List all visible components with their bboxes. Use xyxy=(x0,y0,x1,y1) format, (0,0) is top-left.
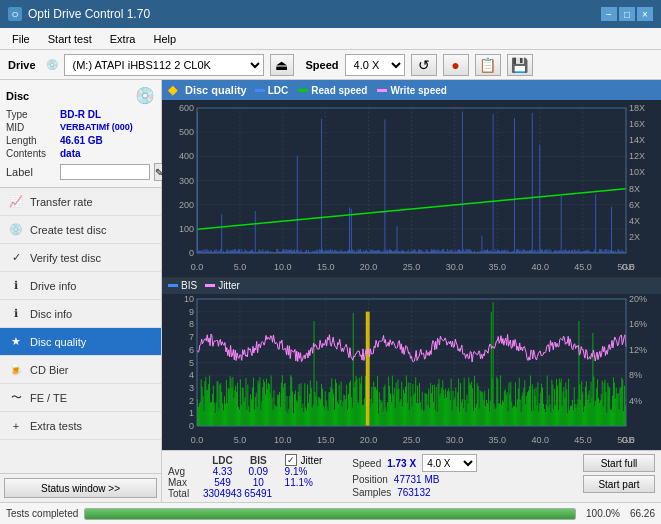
chart-header-icon: ◆ xyxy=(168,83,177,97)
ldc-col-header: LDC xyxy=(203,454,242,466)
menu-extra[interactable]: Extra xyxy=(102,31,144,47)
extra-tests-icon: + xyxy=(8,418,24,434)
status-window-button[interactable]: Status window >> xyxy=(4,478,157,498)
jitter-checkbox[interactable]: ✓ xyxy=(285,454,297,466)
disc-section-icon: 💿 xyxy=(135,86,155,105)
bis-legend-label: BIS xyxy=(181,280,197,291)
speed-select[interactable]: 4.0 X xyxy=(345,54,405,76)
top-chart-canvas xyxy=(162,100,661,275)
disc-label-input[interactable] xyxy=(60,164,150,180)
max-bis: 10 xyxy=(242,477,275,488)
nav-fe-te-label: FE / TE xyxy=(30,392,67,404)
nav-disc-info-label: Disc info xyxy=(30,308,72,320)
nav-create-test-disc-label: Create test disc xyxy=(30,224,106,236)
nav-verify-test-disc[interactable]: ✓ Verify test disc xyxy=(0,244,161,272)
nav-verify-test-disc-label: Verify test disc xyxy=(30,252,101,264)
close-button[interactable]: × xyxy=(637,7,653,21)
drive-select[interactable]: (M:) ATAPI iHBS112 2 CL0K xyxy=(64,54,264,76)
jitter-section: ✓ Jitter xyxy=(285,454,323,466)
nav-list: 📈 Transfer rate 💿 Create test disc ✓ Ver… xyxy=(0,188,161,440)
chart-title: Disc quality xyxy=(185,84,247,96)
nav-drive-info[interactable]: ℹ Drive info xyxy=(0,272,161,300)
start-part-button[interactable]: Start part xyxy=(583,475,655,493)
transfer-rate-icon: 📈 xyxy=(8,194,24,210)
nav-extra-tests[interactable]: + Extra tests xyxy=(0,412,161,440)
mid-label: MID xyxy=(6,122,56,133)
nav-create-test-disc[interactable]: 💿 Create test disc xyxy=(0,216,161,244)
length-label: Length xyxy=(6,135,56,146)
speed-value: 1.73 X xyxy=(387,458,416,469)
action-buttons: Start full Start part xyxy=(583,454,655,493)
drive-info-icon: ℹ xyxy=(8,278,24,294)
read-speed-legend-label: Read speed xyxy=(311,85,367,96)
samples-value: 763132 xyxy=(397,487,430,498)
minimize-button[interactable]: − xyxy=(601,7,617,21)
right-panel: ◆ Disc quality LDC Read speed Write spee… xyxy=(162,80,661,502)
speed-select-inline[interactable]: 4.0 X xyxy=(422,454,477,472)
fe-te-icon: 〜 xyxy=(8,390,24,406)
samples-key: Samples xyxy=(352,487,391,498)
progress-bar xyxy=(84,508,576,520)
maximize-button[interactable]: □ xyxy=(619,7,635,21)
total-bis: 65491 xyxy=(242,488,275,499)
avg-bis: 0.09 xyxy=(242,466,275,477)
app-icon: O xyxy=(8,7,22,21)
nav-cd-bier-label: CD Bier xyxy=(30,364,69,376)
burn-button[interactable]: ● xyxy=(443,54,469,76)
type-value: BD-R DL xyxy=(60,109,101,120)
position-value: 47731 MB xyxy=(394,474,440,485)
stats-grid-table: LDC BIS ✓ Jitter Avg 4.33 0.09 9.1 xyxy=(168,454,322,499)
nav-drive-info-label: Drive info xyxy=(30,280,76,292)
bis-legend-bar: BIS Jitter xyxy=(162,278,661,294)
drive-label: Drive xyxy=(4,59,40,71)
cd-bier-icon: 🍺 xyxy=(8,362,24,378)
nav-disc-quality[interactable]: ★ Disc quality xyxy=(0,328,161,356)
speed-key: Speed xyxy=(352,458,381,469)
disc-section-title: Disc xyxy=(6,90,29,102)
disc-info-icon: ℹ xyxy=(8,306,24,322)
menu-bar: File Start test Extra Help xyxy=(0,28,661,50)
speed-position-section: Speed 1.73 X 4.0 X Position 47731 MB Sam… xyxy=(352,454,477,498)
start-full-button[interactable]: Start full xyxy=(583,454,655,472)
app-title: Opti Drive Control 1.70 xyxy=(28,7,150,21)
status-time: 66.26 xyxy=(630,508,655,519)
drive-icon: 💿 xyxy=(46,59,58,70)
mid-value: VERBATIMf (000) xyxy=(60,122,133,133)
contents-label: Contents xyxy=(6,148,56,159)
nav-disc-quality-label: Disc quality xyxy=(30,336,86,348)
max-row-label: Max xyxy=(168,477,203,488)
save-button[interactable]: 💾 xyxy=(507,54,533,76)
max-ldc: 549 xyxy=(203,477,242,488)
speed-label: Speed xyxy=(306,59,339,71)
position-key: Position xyxy=(352,474,388,485)
menu-file[interactable]: File xyxy=(4,31,38,47)
avg-row-label: Avg xyxy=(168,466,203,477)
nav-disc-info[interactable]: ℹ Disc info xyxy=(0,300,161,328)
ldc-legend-color xyxy=(255,89,265,92)
write-speed-legend-label: Write speed xyxy=(390,85,447,96)
status-text: Tests completed xyxy=(6,508,78,519)
write-speed-legend-color xyxy=(377,89,387,92)
title-bar: O Opti Drive Control 1.70 − □ × xyxy=(0,0,661,28)
avg-jitter: 9.1% xyxy=(285,466,323,477)
top-chart xyxy=(162,100,661,278)
nav-transfer-rate[interactable]: 📈 Transfer rate xyxy=(0,188,161,216)
verify-test-disc-icon: ✓ xyxy=(8,250,24,266)
copy-button[interactable]: 📋 xyxy=(475,54,501,76)
menu-help[interactable]: Help xyxy=(145,31,184,47)
nav-cd-bier[interactable]: 🍺 CD Bier xyxy=(0,356,161,384)
left-panel: Disc 💿 Type BD-R DL MID VERBATIMf (000) … xyxy=(0,80,162,502)
create-test-disc-icon: 💿 xyxy=(8,222,24,238)
total-ldc: 3304943 xyxy=(203,488,242,499)
main-content: Disc 💿 Type BD-R DL MID VERBATIMf (000) … xyxy=(0,80,661,502)
eject-button[interactable]: ⏏ xyxy=(270,54,294,76)
menu-start-test[interactable]: Start test xyxy=(40,31,100,47)
jitter-legend-label: Jitter xyxy=(218,280,240,291)
chart-legend: LDC Read speed Write speed xyxy=(255,85,447,96)
window-controls: − □ × xyxy=(601,7,653,21)
bottom-chart xyxy=(162,294,661,450)
refresh-button[interactable]: ↺ xyxy=(411,54,437,76)
disc-quality-icon: ★ xyxy=(8,334,24,350)
stats-table: LDC BIS ✓ Jitter Avg 4.33 0.09 9.1 xyxy=(162,450,661,502)
nav-fe-te[interactable]: 〜 FE / TE xyxy=(0,384,161,412)
